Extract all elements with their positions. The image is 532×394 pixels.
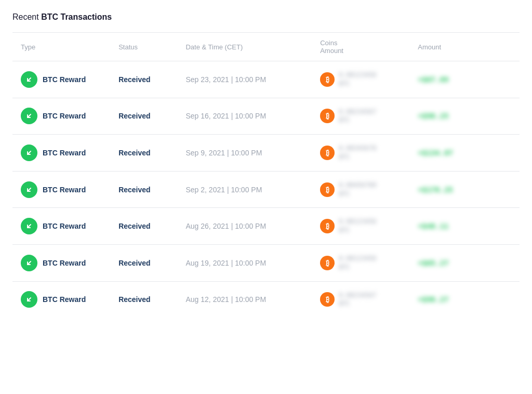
col-header-coins: CoinsAmount: [312, 33, 409, 61]
col-header-type: Type: [12, 33, 110, 61]
status-label: Received: [118, 295, 150, 304]
received-icon: [21, 291, 37, 308]
status-cell: Received: [110, 244, 177, 281]
btc-icon: ₿: [320, 146, 335, 160]
table-row[interactable]: BTC Reward ReceivedAug 19, 2021 | 10:00 …: [12, 244, 520, 281]
coins-cell: ₿ 0.00123456BTC: [312, 61, 409, 98]
type-cell: BTC Reward: [12, 61, 110, 98]
transactions-table: Type Status Date & Time (CET) CoinsAmoun…: [12, 32, 520, 318]
coins-value: 0.00123456BTC: [339, 217, 376, 235]
status-cell: Received: [110, 208, 177, 245]
type-cell: BTC Reward: [12, 244, 110, 281]
status-cell: Received: [110, 171, 177, 208]
status-cell: Received: [110, 281, 177, 318]
date-label: Sep 9, 2021 | 10:00 PM: [185, 149, 262, 157]
title-prefix: Recent: [12, 12, 39, 21]
col-header-date: Date & Time (CET): [177, 33, 312, 61]
amount-value: +$67.89: [418, 75, 448, 84]
received-icon: [21, 108, 37, 124]
type-label: BTC Reward: [43, 259, 86, 267]
date-label: Aug 26, 2021 | 10:00 PM: [185, 222, 266, 230]
received-icon: [21, 181, 37, 198]
table-row[interactable]: BTC Reward ReceivedSep 23, 2021 | 10:00 …: [12, 61, 520, 98]
coins-cell: ₿ 0.00456789BTC: [312, 171, 409, 208]
date-label: Sep 16, 2021 | 10:00 PM: [185, 112, 266, 120]
amount-value: +$98.27: [418, 295, 448, 304]
btc-icon: ₿: [320, 109, 335, 123]
coins-value: 0.00123456BTC: [339, 254, 376, 272]
status-cell: Received: [110, 135, 177, 172]
type-cell: BTC Reward: [12, 208, 110, 245]
date-cell: Aug 26, 2021 | 10:00 PM: [177, 208, 312, 245]
title-bold: BTC Transactions: [41, 12, 112, 21]
date-cell: Sep 9, 2021 | 10:00 PM: [177, 135, 312, 172]
received-icon: [21, 145, 37, 161]
status-label: Received: [118, 222, 150, 230]
page-container: Recent BTC Transactions Type Status Date…: [12, 12, 520, 318]
amount-cell: +$134.87: [409, 135, 520, 172]
amount-cell: +$98.25: [409, 98, 520, 135]
status-cell: Received: [110, 98, 177, 135]
amount-value: +$134.87: [418, 149, 453, 157]
status-cell: Received: [110, 61, 177, 98]
coins-value: 0.00345678BTC: [339, 144, 376, 162]
status-label: Received: [118, 259, 150, 267]
received-icon: [21, 218, 37, 234]
date-label: Sep 23, 2021 | 10:00 PM: [185, 75, 266, 84]
coins-cell: ₿ 0.00123456BTC: [312, 208, 409, 245]
coins-value: 0.00456789BTC: [339, 181, 376, 199]
btc-icon: ₿: [320, 292, 335, 307]
date-label: Aug 19, 2021 | 10:00 PM: [185, 259, 266, 267]
date-cell: Sep 2, 2021 | 10:00 PM: [177, 171, 312, 208]
date-cell: Aug 19, 2021 | 10:00 PM: [177, 244, 312, 281]
date-cell: Aug 12, 2021 | 10:00 PM: [177, 281, 312, 318]
status-label: Received: [118, 186, 150, 194]
type-label: BTC Reward: [43, 112, 86, 120]
amount-cell: +$48.11: [409, 208, 520, 245]
table-row[interactable]: BTC Reward ReceivedAug 26, 2021 | 10:00 …: [12, 208, 520, 245]
date-cell: Sep 23, 2021 | 10:00 PM: [177, 61, 312, 98]
amount-value: +$98.25: [418, 112, 448, 120]
table-row[interactable]: BTC Reward ReceivedSep 16, 2021 | 10:00 …: [12, 98, 520, 135]
type-label: BTC Reward: [43, 222, 86, 230]
amount-cell: +$65.27: [409, 244, 520, 281]
amount-value: +$48.11: [418, 222, 448, 230]
coins-value: 0.00123456BTC: [339, 71, 376, 88]
date-label: Aug 12, 2021 | 10:00 PM: [185, 295, 266, 304]
date-label: Sep 2, 2021 | 10:00 PM: [185, 186, 262, 194]
table-row[interactable]: BTC Reward ReceivedAug 12, 2021 | 10:00 …: [12, 281, 520, 318]
type-cell: BTC Reward: [12, 171, 110, 208]
table-row[interactable]: BTC Reward ReceivedSep 2, 2021 | 10:00 P…: [12, 171, 520, 208]
coins-cell: ₿ 0.00123456BTC: [312, 244, 409, 281]
type-label: BTC Reward: [43, 149, 86, 157]
amount-value: +$178.25: [418, 186, 453, 194]
amount-cell: +$67.89: [409, 61, 520, 98]
amount-value: +$65.27: [418, 259, 448, 267]
coins-cell: ₿ 0.00234567BTC: [312, 98, 409, 135]
type-label: BTC Reward: [43, 75, 86, 84]
table-row[interactable]: BTC Reward ReceivedSep 9, 2021 | 10:00 P…: [12, 135, 520, 172]
amount-cell: +$178.25: [409, 171, 520, 208]
table-header: Type Status Date & Time (CET) CoinsAmoun…: [12, 33, 520, 61]
received-icon: [21, 71, 37, 88]
coins-value: 0.00234567BTC: [339, 108, 376, 125]
btc-icon: ₿: [320, 219, 335, 233]
btc-icon: ₿: [320, 182, 335, 197]
coins-cell: ₿ 0.00234567BTC: [312, 281, 409, 318]
coins-cell: ₿ 0.00345678BTC: [312, 135, 409, 172]
status-label: Received: [118, 149, 150, 157]
coins-value: 0.00234567BTC: [339, 291, 376, 309]
amount-cell: +$98.27: [409, 281, 520, 318]
date-cell: Sep 16, 2021 | 10:00 PM: [177, 98, 312, 135]
received-icon: [21, 255, 37, 271]
type-label: BTC Reward: [43, 186, 86, 194]
btc-icon: ₿: [320, 256, 335, 270]
status-label: Received: [118, 75, 150, 84]
col-header-status: Status: [110, 33, 177, 61]
type-cell: BTC Reward: [12, 281, 110, 318]
type-cell: BTC Reward: [12, 135, 110, 172]
btc-icon: ₿: [320, 72, 335, 87]
type-cell: BTC Reward: [12, 98, 110, 135]
section-title: Recent BTC Transactions: [12, 12, 520, 22]
col-header-amount: Amount: [409, 33, 520, 61]
